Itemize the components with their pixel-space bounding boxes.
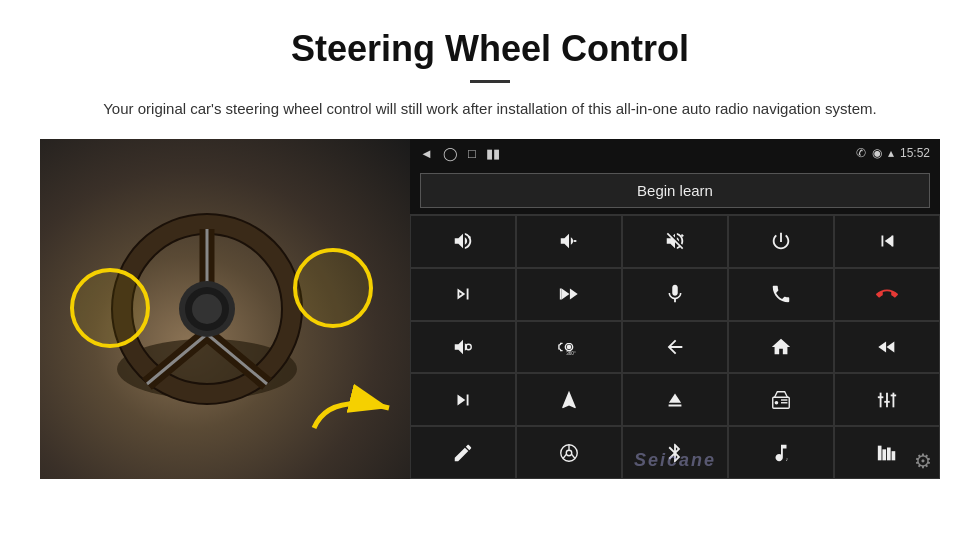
vol-down-button[interactable] (516, 215, 622, 268)
cam-360-icon: 360° (558, 336, 580, 358)
content-row: ◄ ◯ □ ▮▮ ✆ ◉ ▴ 15:52 Begin learn (40, 139, 940, 479)
fast-forward-icon (558, 283, 580, 305)
page-container: Steering Wheel Control Your original car… (0, 0, 980, 479)
svg-text:♪: ♪ (786, 456, 789, 462)
home-nav-icon[interactable]: ◯ (443, 146, 458, 161)
arrow-container (309, 383, 399, 438)
steering-image (40, 139, 410, 479)
next-track-button[interactable] (410, 268, 516, 321)
home-button[interactable] (728, 321, 834, 374)
status-right: ✆ ◉ ▴ 15:52 (856, 146, 930, 160)
navigate-button[interactable] (516, 373, 622, 426)
vol-down-icon (558, 230, 580, 252)
phone-button[interactable] (728, 268, 834, 321)
vol-up-icon (452, 230, 474, 252)
svg-rect-17 (892, 236, 894, 247)
mic-icon (664, 283, 686, 305)
gear-icon[interactable]: ⚙ (914, 449, 932, 473)
radio-icon (770, 389, 792, 411)
title-section: Steering Wheel Control Your original car… (40, 28, 940, 121)
next-track-icon (452, 283, 474, 305)
svg-point-21 (567, 345, 572, 350)
svg-rect-40 (882, 449, 886, 460)
bars-icon (876, 442, 898, 464)
recents-nav-icon[interactable]: □ (468, 146, 476, 161)
skip-fwd-button[interactable] (410, 373, 516, 426)
bluetooth-icon (664, 442, 686, 464)
android-status-bar: ◄ ◯ □ ▮▮ ✆ ◉ ▴ 15:52 (410, 139, 940, 167)
phone-icon (770, 283, 792, 305)
radio-button[interactable] (728, 373, 834, 426)
home-icon (770, 336, 792, 358)
mic-button[interactable] (622, 268, 728, 321)
svg-point-34 (566, 450, 572, 456)
phone-status-icon: ✆ (856, 146, 866, 160)
navigate-icon (558, 389, 580, 411)
back-icon (664, 336, 686, 358)
location-icon: ◉ (872, 146, 882, 160)
mute-icon (664, 230, 686, 252)
eq-icon (876, 389, 898, 411)
subtitle: Your original car's steering wheel contr… (100, 97, 880, 121)
time-display: 15:52 (900, 146, 930, 160)
svg-text:360°: 360° (566, 351, 576, 356)
back-button[interactable] (622, 321, 728, 374)
begin-learn-button[interactable]: Begin learn (420, 173, 930, 208)
wifi-icon: ▴ (888, 146, 894, 160)
eject-button[interactable] (622, 373, 728, 426)
eq-button[interactable] (834, 373, 940, 426)
skip-fwd-icon (452, 389, 474, 411)
music-button[interactable]: ♪ (728, 426, 834, 479)
power-icon (770, 230, 792, 252)
speaker-icon (452, 336, 474, 358)
svg-line-36 (563, 454, 566, 458)
status-left: ◄ ◯ □ ▮▮ (420, 146, 500, 161)
cam-360-button[interactable]: 360° (516, 321, 622, 374)
prev-skip-button[interactable] (834, 215, 940, 268)
pen-icon (452, 442, 474, 464)
svg-rect-39 (878, 445, 882, 460)
svg-point-11 (192, 294, 222, 324)
pen-button[interactable] (410, 426, 516, 479)
power-button[interactable] (728, 215, 834, 268)
yellow-arrow-icon (309, 383, 399, 438)
prev-skip-icon (876, 230, 898, 252)
svg-rect-42 (892, 451, 896, 460)
fast-forward-button[interactable] (516, 268, 622, 321)
svg-rect-41 (887, 447, 891, 460)
controls-grid: 360° (410, 214, 940, 479)
steering-ctrl-button[interactable] (516, 426, 622, 479)
highlight-circle-right (293, 248, 373, 328)
svg-line-37 (572, 454, 575, 458)
eject-icon (664, 389, 686, 411)
highlight-circle-left (70, 268, 150, 348)
hang-up-icon (876, 283, 898, 305)
vol-up-button[interactable] (410, 215, 516, 268)
bluetooth-button[interactable] (622, 426, 728, 479)
mute-button[interactable] (622, 215, 728, 268)
android-screen: ◄ ◯ □ ▮▮ ✆ ◉ ▴ 15:52 Begin learn (410, 139, 940, 479)
svg-line-16 (681, 235, 683, 237)
svg-rect-18 (467, 289, 469, 300)
rewind-button[interactable] (834, 321, 940, 374)
begin-learn-row: Begin learn (410, 167, 940, 214)
music-icon: ♪ (770, 442, 792, 464)
steering-ctrl-icon (558, 442, 580, 464)
hang-up-button[interactable] (834, 268, 940, 321)
title-divider (470, 80, 510, 83)
rewind-icon (876, 336, 898, 358)
back-nav-icon[interactable]: ◄ (420, 146, 433, 161)
svg-point-24 (775, 401, 779, 405)
signal-icon: ▮▮ (486, 146, 500, 161)
speaker-button[interactable] (410, 321, 516, 374)
page-title: Steering Wheel Control (40, 28, 940, 70)
